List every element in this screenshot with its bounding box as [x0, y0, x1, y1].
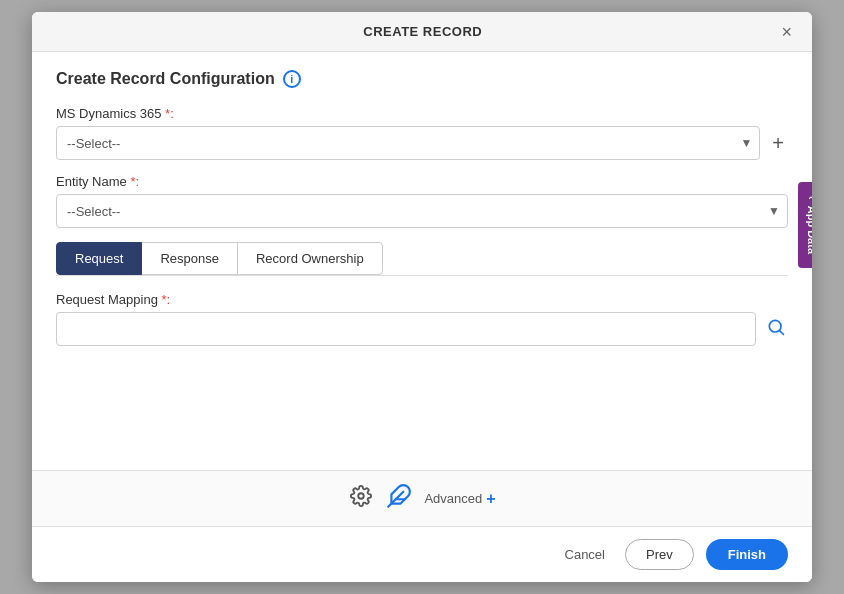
entity-name-select-wrapper: --Select-- ▼: [56, 194, 788, 228]
entity-name-label: Entity Name *:: [56, 174, 788, 189]
info-icon[interactable]: i: [283, 70, 301, 88]
advanced-label: Advanced: [424, 491, 482, 506]
modal-title: CREATE RECORD: [68, 24, 777, 39]
request-mapping-row: [56, 312, 788, 346]
puzzle-icon-button[interactable]: [384, 481, 414, 516]
ms-dynamics-required: *:: [161, 106, 173, 121]
search-icon: [766, 317, 786, 337]
request-mapping-input[interactable]: [56, 312, 756, 346]
tab-response[interactable]: Response: [141, 242, 238, 275]
entity-name-select[interactable]: --Select--: [56, 194, 788, 228]
entity-name-required: *:: [127, 174, 139, 189]
puzzle-icon: [386, 483, 412, 509]
finish-button[interactable]: Finish: [706, 539, 788, 570]
svg-point-0: [769, 320, 781, 332]
ms-dynamics-select[interactable]: --Select--: [56, 126, 760, 160]
svg-point-2: [359, 493, 365, 499]
app-data-chevron-icon: ‹: [806, 196, 812, 200]
advanced-plus-icon: +: [486, 490, 495, 508]
ms-dynamics-add-button[interactable]: +: [768, 133, 788, 153]
modal-body: Create Record Configuration i MS Dynamic…: [32, 52, 812, 470]
section-title-row: Create Record Configuration i: [56, 70, 788, 88]
svg-line-1: [780, 330, 784, 334]
prev-button[interactable]: Prev: [625, 539, 694, 570]
close-button[interactable]: ×: [777, 23, 796, 41]
app-data-tab[interactable]: ‹ App Data: [798, 182, 812, 268]
request-mapping-label: Request Mapping *:: [56, 292, 788, 307]
gear-icon: [350, 485, 372, 507]
ms-dynamics-select-wrapper: --Select-- ▼: [56, 126, 760, 160]
ms-dynamics-label: MS Dynamics 365 *:: [56, 106, 788, 121]
modal-header: CREATE RECORD ×: [32, 12, 812, 52]
entity-name-group: Entity Name *: --Select-- ▼: [56, 174, 788, 228]
tab-record-ownership[interactable]: Record Ownership: [237, 242, 383, 275]
ms-dynamics-group: MS Dynamics 365 *: --Select-- ▼ +: [56, 106, 788, 160]
modal-overlay: CREATE RECORD × ‹ App Data Create Record…: [0, 0, 844, 594]
modal-dialog: CREATE RECORD × ‹ App Data Create Record…: [32, 12, 812, 582]
request-mapping-required: *:: [158, 292, 170, 307]
request-mapping-search-button[interactable]: [764, 315, 788, 344]
cancel-button[interactable]: Cancel: [557, 543, 613, 566]
advanced-button[interactable]: Advanced +: [424, 490, 495, 508]
modal-footer-bar: Advanced +: [32, 470, 812, 526]
tabs-row: Request Response Record Ownership: [56, 242, 788, 276]
app-data-label: App Data: [806, 206, 812, 254]
request-mapping-group: Request Mapping *:: [56, 292, 788, 346]
ms-dynamics-select-row: --Select-- ▼ +: [56, 126, 788, 160]
gear-icon-button[interactable]: [348, 483, 374, 514]
section-title-text: Create Record Configuration: [56, 70, 275, 88]
tab-request[interactable]: Request: [56, 242, 142, 275]
modal-actions: Cancel Prev Finish: [32, 526, 812, 582]
